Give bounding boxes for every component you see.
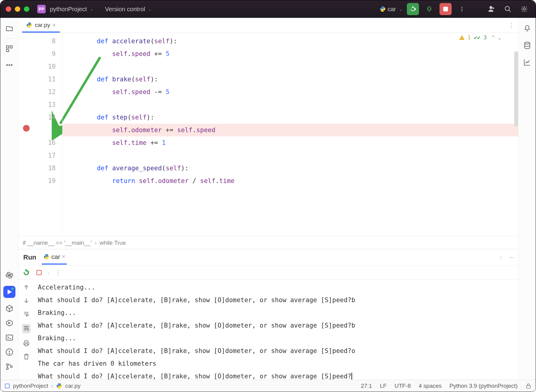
sb-indent[interactable]: 4 spaces bbox=[419, 383, 442, 389]
svg-rect-11 bbox=[6, 335, 13, 340]
svg-rect-7 bbox=[6, 49, 9, 52]
python-console-tool-icon[interactable] bbox=[5, 271, 13, 279]
search-everywhere-button[interactable] bbox=[502, 3, 514, 15]
sb-caret-pos[interactable]: 27:1 bbox=[361, 383, 372, 389]
svg-rect-18 bbox=[37, 270, 41, 275]
chevron-up-icon[interactable]: ⌃ bbox=[492, 34, 495, 41]
rerun-icon[interactable] bbox=[23, 269, 30, 276]
python-file-icon bbox=[26, 22, 32, 28]
sb-encoding[interactable]: UTF-8 bbox=[394, 383, 411, 389]
svg-rect-5 bbox=[6, 46, 9, 48]
svg-rect-20 bbox=[5, 384, 9, 388]
hide-panel-button[interactable]: — bbox=[509, 255, 513, 260]
scroll-to-end-button[interactable] bbox=[22, 324, 31, 333]
terminal-tool-icon[interactable] bbox=[5, 334, 13, 341]
svg-point-9 bbox=[8, 64, 10, 66]
inspections-widget[interactable]: 1 ✔✔ 3 ⌃ ⌄ bbox=[459, 34, 501, 41]
settings-button[interactable] bbox=[518, 3, 530, 15]
breadcrumb-item[interactable]: if __name__ == '__main__' bbox=[23, 240, 92, 246]
code-editor[interactable]: 89101112131416171819 1 ✔✔ 3 ⌃ ⌄ def acce… bbox=[18, 33, 518, 236]
vcs-tool-icon[interactable] bbox=[5, 363, 13, 371]
editor-tab-car[interactable]: car.py × bbox=[22, 19, 60, 33]
person-plus-icon bbox=[488, 5, 495, 13]
close-run-tab-icon[interactable]: × bbox=[62, 253, 65, 260]
window-controls bbox=[6, 6, 29, 12]
svg-point-8 bbox=[6, 64, 8, 66]
stop-button[interactable] bbox=[440, 3, 452, 15]
minimize-window-icon[interactable] bbox=[15, 6, 20, 12]
problems-tool-icon[interactable] bbox=[5, 348, 13, 356]
search-icon bbox=[504, 5, 511, 13]
run-tab-car[interactable]: car × bbox=[42, 250, 67, 265]
sb-interpreter[interactable]: Python 3.9 (pythonProject) bbox=[449, 383, 518, 389]
sb-project[interactable]: pythonProject bbox=[13, 383, 48, 389]
close-tab-icon[interactable]: × bbox=[53, 22, 56, 28]
console-output[interactable]: Accelerating...What should I do? [A]ccel… bbox=[34, 280, 518, 380]
chevron-right-icon: › bbox=[51, 383, 53, 389]
chevron-down-icon: ⌄ bbox=[148, 7, 152, 11]
bug-icon bbox=[426, 5, 433, 13]
gear-icon bbox=[521, 5, 528, 13]
maximize-window-icon[interactable] bbox=[24, 6, 29, 12]
svg-point-1 bbox=[461, 7, 462, 8]
database-icon[interactable] bbox=[523, 41, 531, 49]
breakpoint-icon[interactable] bbox=[23, 125, 30, 132]
svg-rect-0 bbox=[443, 7, 448, 11]
code-with-me-button[interactable] bbox=[485, 3, 498, 15]
svg-point-16 bbox=[10, 366, 12, 368]
more-tool-icon[interactable] bbox=[5, 61, 13, 69]
module-icon bbox=[5, 383, 10, 389]
more-actions-button[interactable] bbox=[456, 3, 468, 15]
packages-tool-icon[interactable] bbox=[5, 305, 13, 312]
svg-point-10 bbox=[11, 64, 12, 66]
right-tool-rail bbox=[518, 18, 536, 380]
close-window-icon[interactable] bbox=[6, 6, 11, 12]
run-tool-button[interactable] bbox=[3, 286, 15, 298]
tab-options-button[interactable]: ⋮ bbox=[508, 21, 515, 29]
project-badge: PP bbox=[37, 5, 46, 13]
lock-icon[interactable] bbox=[525, 383, 531, 389]
rerun-button[interactable] bbox=[407, 3, 419, 15]
trash-icon[interactable] bbox=[23, 353, 30, 360]
sb-file[interactable]: car.py bbox=[65, 383, 81, 389]
editor-tabbar: car.py × ⋮ bbox=[18, 18, 518, 33]
svg-point-19 bbox=[525, 42, 530, 44]
breadcrumb-item[interactable]: while True bbox=[100, 240, 126, 246]
status-bar: pythonProject › car.py 27:1 LF UTF-8 4 s… bbox=[0, 380, 536, 392]
svg-point-13 bbox=[9, 353, 10, 354]
chevron-down-icon: ⌄ bbox=[90, 7, 93, 11]
svg-point-14 bbox=[6, 364, 8, 366]
chevron-down-icon[interactable]: ⌄ bbox=[498, 34, 501, 41]
run-panel-header: Run car × ⋮ — bbox=[18, 249, 518, 265]
svg-point-15 bbox=[6, 368, 8, 370]
svg-rect-21 bbox=[527, 385, 530, 388]
down-arrow-icon[interactable] bbox=[23, 297, 30, 304]
svg-point-2 bbox=[461, 8, 462, 9]
editor-scrollbar[interactable] bbox=[514, 51, 518, 127]
soft-wrap-icon[interactable] bbox=[23, 311, 30, 317]
run-toolbar: | ⋮ bbox=[18, 265, 518, 280]
breadcrumb-bar[interactable]: if __name__ == '__main__' › while True bbox=[18, 236, 518, 249]
run-more-button[interactable]: ⋮ bbox=[55, 269, 61, 276]
left-tool-rail bbox=[0, 18, 18, 380]
services-tool-icon[interactable] bbox=[5, 319, 13, 327]
project-tool-icon[interactable] bbox=[5, 24, 13, 32]
running-indicator-icon bbox=[11, 287, 14, 290]
python-file-icon bbox=[56, 383, 62, 389]
sciview-icon[interactable] bbox=[523, 58, 531, 66]
run-options-button[interactable]: ⋮ bbox=[499, 255, 503, 260]
sb-line-sep[interactable]: LF bbox=[380, 383, 387, 389]
rerun-icon bbox=[410, 6, 416, 12]
line-gutter[interactable]: 89101112131416171819 bbox=[18, 33, 63, 236]
stop-icon[interactable] bbox=[36, 270, 42, 276]
debug-button[interactable] bbox=[423, 3, 435, 15]
python-icon bbox=[380, 6, 386, 12]
run-panel-title: Run bbox=[23, 253, 36, 261]
notifications-icon[interactable] bbox=[523, 24, 531, 32]
project-selector[interactable]: pythonProject ⌄ bbox=[50, 6, 93, 13]
vcs-menu[interactable]: Version control ⌄ bbox=[105, 6, 152, 13]
run-config-selector[interactable]: car ⌄ bbox=[380, 6, 403, 13]
print-icon[interactable] bbox=[23, 340, 30, 347]
up-arrow-icon[interactable] bbox=[23, 284, 30, 291]
structure-tool-icon[interactable] bbox=[5, 45, 13, 53]
